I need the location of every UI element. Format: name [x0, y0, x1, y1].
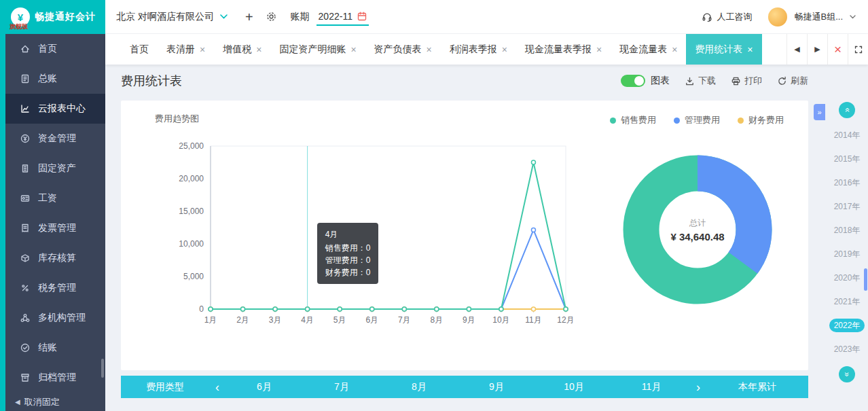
edition-badge: 旗舰版 — [10, 22, 28, 31]
year-item-2018[interactable]: 2018年 — [834, 224, 861, 237]
gear-icon[interactable] — [266, 11, 277, 22]
tab-vat[interactable]: 增值税 × — [214, 34, 270, 65]
months-prev-button[interactable]: ‹ — [209, 381, 225, 393]
wallet-icon — [20, 193, 31, 204]
legend-dot — [674, 118, 680, 124]
sidebar-scrollbar-thumb[interactable] — [101, 359, 104, 378]
tab-balance-sheet[interactable]: 资产负债表 × — [365, 34, 441, 65]
svg-text:20,000: 20,000 — [179, 174, 204, 183]
svg-text:15,000: 15,000 — [179, 207, 204, 216]
year-item-2019[interactable]: 2019年 — [834, 247, 861, 261]
trend-chart-title: 费用趋势图 — [155, 113, 199, 125]
close-icon[interactable]: × — [502, 45, 507, 54]
sidebar-item-multi-org[interactable]: 多机构管理 — [5, 303, 105, 333]
years-scroll-down-button[interactable]: » — [839, 366, 855, 382]
sidebar-item-tax[interactable]: 税务管理 — [5, 273, 105, 303]
printer-icon — [731, 76, 741, 86]
tab-cashflow-quarterly[interactable]: 现金流量表季报 × — [516, 34, 611, 65]
sidebar-item-fixed-assets[interactable]: 固定资产 — [5, 154, 105, 183]
tab-label: 现金流量表 — [619, 43, 667, 56]
year-item-2015[interactable]: 2015年 — [834, 152, 861, 166]
close-tab-button[interactable]: × — [827, 34, 848, 65]
refresh-button[interactable]: 刷新 — [777, 75, 808, 87]
year-item-2014[interactable]: 2014年 — [834, 128, 861, 142]
months-next-button[interactable]: › — [690, 381, 706, 393]
sidebar-item-archive[interactable]: 归档管理 — [5, 363, 105, 393]
column-year-total: 本年累计 — [706, 381, 808, 393]
sidebar-item-label: 工资 — [38, 192, 57, 204]
tab-report-list[interactable]: 表清册 × — [158, 34, 214, 65]
user-name[interactable]: 畅捷通B组... — [794, 11, 843, 23]
close-icon[interactable]: × — [350, 45, 356, 54]
year-panel-collapse-handle[interactable]: » — [814, 104, 825, 120]
sidebar-item-label: 多机构管理 — [38, 312, 86, 324]
tab-label: 固定资产明细账 — [279, 43, 346, 56]
sidebar-item-label: 发票管理 — [38, 222, 76, 234]
year-item-2017[interactable]: 2017年 — [834, 200, 861, 213]
legend-dot — [610, 118, 616, 124]
year-item-2016[interactable]: 2016年 — [834, 176, 861, 190]
close-icon[interactable]: × — [672, 45, 677, 54]
sidebar-item-label: 归档管理 — [38, 372, 76, 384]
close-icon[interactable]: × — [747, 45, 753, 54]
sidebar-item-home[interactable]: 首页 — [5, 34, 105, 64]
sidebar-item-inventory[interactable]: 库存核算 — [5, 243, 105, 273]
expense-donut-chart — [619, 151, 776, 308]
column-month: 7月 — [303, 381, 380, 393]
support-link[interactable]: 人工咨询 — [702, 11, 752, 23]
company-selector[interactable]: 北京 对啊酒店有限公司 — [116, 11, 228, 23]
refresh-icon — [777, 76, 787, 86]
open-tabs: 首页 表清册 × 增值税 × 固定资产明细账 × 资产负债表 × — [105, 34, 786, 65]
sidebar-item-funds[interactable]: 资金管理 — [5, 124, 105, 154]
svg-text:1月: 1月 — [204, 315, 217, 325]
year-item-2023[interactable]: 2023年 — [834, 342, 861, 356]
legend-item-admin-expense[interactable]: 管理费用 — [674, 114, 720, 126]
tab-income-quarterly[interactable]: 利润表季报 × — [441, 34, 516, 65]
close-icon[interactable]: × — [427, 45, 432, 54]
legend-item-sales-expense[interactable]: 销售费用 — [610, 114, 656, 126]
year-selector-panel: » 2014年 2015年 2016年 2017年 2018年 2019年 20… — [831, 102, 863, 382]
sidebar-item-label: 总账 — [38, 73, 57, 85]
toggle-label: 图表 — [651, 75, 670, 87]
years-scroll-up-button[interactable]: » — [839, 102, 855, 118]
add-button[interactable]: + — [245, 10, 253, 24]
legend-item-finance-expense[interactable]: 财务费用 — [738, 114, 784, 126]
sidebar-item-cloud-reports[interactable]: 云报表中心 — [5, 94, 105, 124]
page-header: 费用统计表 图表 下载 打印 — [121, 73, 808, 89]
close-icon[interactable]: × — [200, 45, 205, 54]
period-picker[interactable]: 2022-11 — [317, 7, 369, 26]
tab-fixed-asset-detail[interactable]: 固定资产明细账 × — [270, 34, 365, 65]
page-controls: 图表 下载 打印 刷新 — [621, 75, 808, 87]
fullscreen-button[interactable] — [848, 34, 868, 65]
column-expense-type: 费用类型 — [121, 381, 209, 393]
avatar[interactable] — [768, 7, 787, 26]
receipt-icon — [20, 223, 31, 234]
download-button[interactable]: 下载 — [685, 75, 716, 87]
home-icon — [20, 43, 31, 54]
sidebar-item-closing[interactable]: 结账 — [5, 333, 105, 363]
year-item-2022-selected[interactable]: 2022年 — [829, 319, 865, 332]
tabs-scroll-right-button[interactable]: ▶ — [807, 34, 827, 65]
page-content: 费用统计表 图表 下载 打印 — [105, 65, 868, 411]
tab-cashflow[interactable]: 现金流量表 × — [611, 34, 686, 65]
page-title: 费用统计表 — [121, 73, 182, 89]
chevron-down-icon[interactable] — [850, 15, 856, 19]
sidebar-item-payroll[interactable]: 工资 — [5, 183, 105, 213]
svg-text:4月: 4月 — [301, 315, 314, 325]
sidebar-menu: 首页 总账 云报表中心 资金管理 固定资产 工资 — [5, 34, 105, 393]
sidebar-item-general-ledger[interactable]: 总账 — [5, 64, 105, 94]
tab-expense-statistics[interactable]: 费用统计表 × — [686, 34, 761, 65]
year-item-2020[interactable]: 2020年 — [834, 271, 861, 285]
close-icon[interactable]: × — [256, 45, 261, 54]
tab-home[interactable]: 首页 — [121, 34, 158, 65]
sidebar-item-invoices[interactable]: 发票管理 — [5, 213, 105, 243]
year-item-2021[interactable]: 2021年 — [834, 295, 861, 308]
tab-label: 表清册 — [166, 43, 195, 56]
box-icon — [20, 253, 31, 264]
unpin-sidebar-button[interactable]: ◀ 取消固定 — [5, 393, 105, 411]
tabs-scroll-left-button[interactable]: ◀ — [786, 34, 807, 65]
chart-mode-toggle[interactable] — [621, 75, 645, 87]
print-button[interactable]: 打印 — [731, 75, 762, 87]
vertical-scrollbar-thumb[interactable] — [864, 268, 867, 291]
close-icon[interactable]: × — [596, 45, 602, 54]
